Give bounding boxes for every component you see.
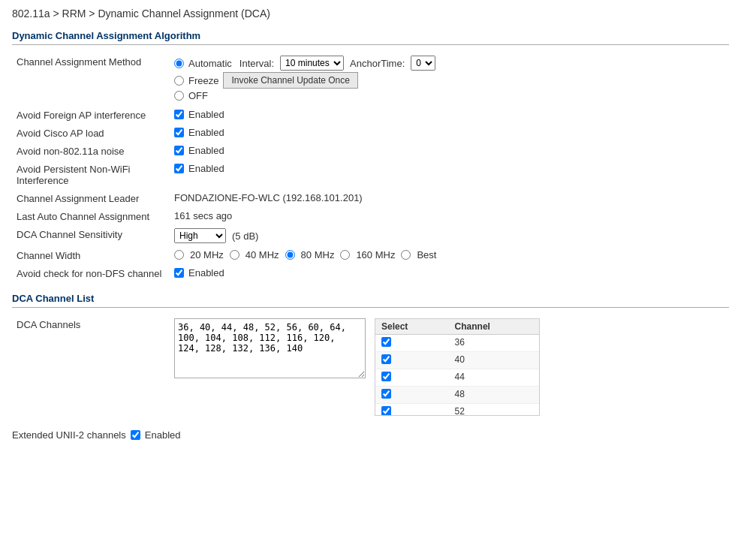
- last-auto-channel-value: 161 secs ago: [170, 207, 729, 225]
- channel-list-table: DCA Channels 36, 40, 44, 48, 52, 56, 60,…: [12, 315, 729, 419]
- channel-assignment-method-label: Channel Assignment Method: [12, 53, 170, 106]
- algorithm-section-title: Dynamic Channel Assignment Algorithm: [12, 30, 729, 45]
- automatic-radio[interactable]: [174, 59, 184, 68]
- off-label: OFF: [188, 90, 208, 101]
- table-row: 48: [375, 387, 539, 404]
- extended-unii2-checkbox[interactable]: [131, 430, 140, 440]
- channel-width-controls: 20 MHz 40 MHz 80 MHz 160 MHz Best: [170, 246, 729, 264]
- avoid-persistent-nonwifi-label: Avoid Persistent Non-WiFi Interference: [12, 160, 170, 189]
- dca-sensitivity-inner: High Medium Low (5 dB): [174, 228, 724, 243]
- channel-assignment-method-controls: Automatic Interval: 10 minutes 30 minute…: [170, 53, 729, 106]
- cw-160mhz-label: 160 MHz: [356, 249, 395, 260]
- channel-assignment-method-row: Channel Assignment Method Automatic Inte…: [12, 53, 729, 106]
- dca-sensitivity-label: DCA Channel Sensitivity: [12, 225, 170, 246]
- avoid-foreign-ap-value: Enabled: [188, 109, 224, 120]
- channel-width-radio-group: 20 MHz 40 MHz 80 MHz 160 MHz Best: [174, 249, 724, 260]
- off-radio[interactable]: [174, 91, 184, 101]
- channel-list-section: DCA Channels 36, 40, 44, 48, 52, 56, 60,…: [12, 315, 729, 441]
- freeze-radio-row: Freeze Invoke Channel Update Once: [174, 72, 724, 89]
- page-title: 802.11a > RRM > Dynamic Channel Assignme…: [12, 8, 729, 20]
- avoid-cisco-ap-value: Enabled: [188, 127, 224, 138]
- avoid-non80211a-control: Enabled: [170, 142, 729, 160]
- interval-select[interactable]: 10 minutes 30 minutes 60 minutes: [280, 56, 344, 71]
- channel-header: Channel: [449, 319, 539, 335]
- dca-channels-wrapper: 36, 40, 44, 48, 52, 56, 60, 64, 100, 104…: [174, 318, 724, 416]
- avoid-persistent-nonwifi-control: Enabled: [170, 160, 729, 189]
- avoid-foreign-ap-row: Avoid Foreign AP interference Enabled: [12, 106, 729, 124]
- channel-row-checkbox[interactable]: [381, 389, 391, 399]
- channel-scroll-container[interactable]: Select Channel 364044485256: [375, 318, 540, 416]
- avoid-persistent-nonwifi-value: Enabled: [188, 163, 224, 174]
- avoid-nondfs-value: Enabled: [188, 267, 224, 278]
- channel-table: Select Channel 364044485256: [375, 319, 539, 416]
- avoid-foreign-ap-checkbox[interactable]: [174, 110, 184, 119]
- interval-controls: Interval: 10 minutes 30 minutes 60 minut…: [239, 56, 435, 71]
- avoid-persistent-nonwifi-checkbox[interactable]: [174, 164, 184, 173]
- channel-assignment-leader-row: Channel Assignment Leader FONDAZIONE-FO-…: [12, 189, 729, 207]
- avoid-foreign-ap-control: Enabled: [170, 106, 729, 124]
- extended-unii2-value: Enabled: [145, 429, 181, 441]
- avoid-non80211a-label: Avoid non-802.11a noise: [12, 142, 170, 160]
- dca-sensitivity-row: DCA Channel Sensitivity High Medium Low …: [12, 225, 729, 246]
- avoid-non80211a-checkbox[interactable]: [174, 146, 184, 155]
- avoid-cisco-ap-checkbox[interactable]: [174, 128, 184, 137]
- dca-channels-control: 36, 40, 44, 48, 52, 56, 60, 64, 100, 104…: [170, 315, 729, 419]
- avoid-nondfs-label: Avoid check for non-DFS channel: [12, 264, 170, 282]
- channel-width-row: Channel Width 20 MHz 40 MHz 80 MHz 160 M…: [12, 246, 729, 264]
- cw-best-radio[interactable]: [401, 250, 411, 260]
- anchor-select[interactable]: 0 1 2: [411, 56, 435, 71]
- avoid-persistent-nonwifi-checkbox-row: Enabled: [174, 163, 724, 174]
- avoid-nondfs-checkbox[interactable]: [174, 268, 184, 278]
- cw-40mhz-label: 40 MHz: [245, 249, 279, 260]
- last-auto-channel-row: Last Auto Channel Assignment 161 secs ag…: [12, 207, 729, 225]
- avoid-nondfs-checkbox-row: Enabled: [174, 267, 724, 278]
- channel-list-section-title: DCA Channel List: [12, 293, 729, 308]
- avoid-foreign-ap-label: Avoid Foreign AP interference: [12, 106, 170, 124]
- algorithm-table: Channel Assignment Method Automatic Inte…: [12, 53, 729, 282]
- channel-row-checkbox[interactable]: [381, 337, 391, 347]
- cw-80mhz-label: 80 MHz: [301, 249, 335, 260]
- channel-row-value: 48: [449, 387, 539, 404]
- cw-best-label: Best: [417, 249, 436, 260]
- interval-label: Interval:: [239, 58, 274, 69]
- table-row: 52: [375, 404, 539, 417]
- cw-160mhz-radio[interactable]: [340, 250, 350, 260]
- avoid-non80211a-row: Avoid non-802.11a noise Enabled: [12, 142, 729, 160]
- invoke-channel-update-button[interactable]: Invoke Channel Update Once: [223, 72, 357, 89]
- avoid-non80211a-checkbox-row: Enabled: [174, 145, 724, 156]
- freeze-label: Freeze: [188, 75, 218, 86]
- dca-channels-label: DCA Channels: [12, 315, 170, 419]
- automatic-label: Automatic: [188, 58, 232, 69]
- avoid-nondfs-control: Enabled: [170, 264, 729, 282]
- cw-20mhz-radio[interactable]: [174, 250, 184, 260]
- channel-row-checkbox[interactable]: [381, 354, 391, 364]
- dca-sensitivity-select[interactable]: High Medium Low: [174, 228, 226, 243]
- channel-row-value: 36: [449, 335, 539, 352]
- last-auto-channel-label: Last Auto Channel Assignment: [12, 207, 170, 225]
- dca-sensitivity-db: (5 dB): [232, 230, 258, 242]
- table-row: 44: [375, 369, 539, 387]
- channel-assignment-leader-label: Channel Assignment Leader: [12, 189, 170, 207]
- dca-channels-row: DCA Channels 36, 40, 44, 48, 52, 56, 60,…: [12, 315, 729, 419]
- cw-40mhz-radio[interactable]: [230, 250, 239, 260]
- channel-table-head: Select Channel: [375, 319, 539, 335]
- freeze-radio[interactable]: [174, 76, 184, 86]
- dca-sensitivity-controls: High Medium Low (5 dB): [170, 225, 729, 246]
- avoid-nondfs-row: Avoid check for non-DFS channel Enabled: [12, 264, 729, 282]
- channel-row-checkbox[interactable]: [381, 372, 391, 381]
- dca-channels-textarea[interactable]: 36, 40, 44, 48, 52, 56, 60, 64, 100, 104…: [174, 318, 366, 378]
- table-row: 36: [375, 335, 539, 352]
- channel-width-label: Channel Width: [12, 246, 170, 264]
- channel-assignment-leader-value: FONDAZIONE-FO-WLC (192.168.101.201): [170, 189, 729, 207]
- cw-80mhz-radio[interactable]: [285, 250, 295, 260]
- select-header: Select: [375, 319, 449, 335]
- channel-row-checkbox[interactable]: [381, 406, 391, 416]
- cw-20mhz-label: 20 MHz: [190, 249, 224, 260]
- extended-unii2-label: Extended UNII-2 channels: [12, 429, 126, 441]
- table-row: 40: [375, 352, 539, 369]
- avoid-cisco-ap-control: Enabled: [170, 124, 729, 142]
- channel-row-value: 40: [449, 352, 539, 369]
- avoid-cisco-ap-label: Avoid Cisco AP load: [12, 124, 170, 142]
- avoid-persistent-nonwifi-row: Avoid Persistent Non-WiFi Interference E…: [12, 160, 729, 189]
- avoid-foreign-ap-checkbox-row: Enabled: [174, 109, 724, 120]
